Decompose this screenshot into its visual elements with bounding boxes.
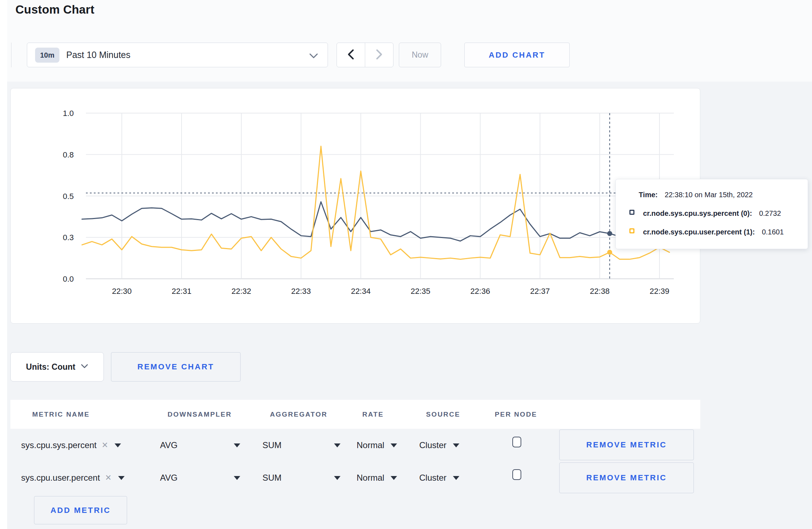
timescale-dropdown[interactable]: 10m Past 10 Minutes <box>27 43 328 67</box>
svg-text:0.8: 0.8 <box>63 150 74 159</box>
remove-metric-button[interactable]: REMOVE METRIC <box>559 462 694 493</box>
now-button[interactable]: Now <box>399 43 441 67</box>
chart-tooltip: Time: 22:38:10 on Mar 15th, 2022 cr.node… <box>615 179 808 249</box>
caret-down-icon <box>115 443 121 447</box>
svg-text:22:39: 22:39 <box>649 287 669 296</box>
tooltip-time-value: 22:38:10 on Mar 15th, 2022 <box>665 191 753 199</box>
timescale-badge: 10m <box>35 48 59 63</box>
col-source: SOURCE <box>426 400 460 429</box>
caret-down-icon <box>234 443 240 447</box>
rate-select[interactable]: Normal <box>357 470 397 486</box>
aggregator-select[interactable]: SUM <box>262 437 340 453</box>
source-select[interactable]: Cluster <box>419 470 459 486</box>
timescale-nav-group <box>337 43 393 67</box>
svg-text:22:30: 22:30 <box>112 287 132 296</box>
col-rate: RATE <box>362 400 384 429</box>
page-title: Custom Chart <box>15 3 95 16</box>
remove-chart-button[interactable]: REMOVE CHART <box>111 352 241 382</box>
col-aggregator: AGGREGATOR <box>270 400 328 429</box>
chart-canvas[interactable]: 0.00.30.50.81.022:3022:3122:3222:3322:34… <box>11 88 700 323</box>
tooltip-user-value: 0.1601 <box>762 228 784 236</box>
add-metric-button[interactable]: ADD METRIC <box>34 496 127 524</box>
aggregator-select[interactable]: SUM <box>262 470 340 486</box>
svg-text:22:38: 22:38 <box>590 287 610 296</box>
metric-name-select[interactable]: sys.cpu.user.percent ✕ <box>21 470 125 486</box>
svg-text:22:32: 22:32 <box>231 287 251 296</box>
downsampler-select[interactable]: AVG <box>160 437 240 453</box>
chevron-down-icon <box>309 53 318 60</box>
caret-down-icon <box>391 476 397 480</box>
chart-card: 0.00.30.50.81.022:3022:3122:3222:3322:34… <box>10 88 700 324</box>
caret-down-icon <box>334 476 340 480</box>
tooltip-sys-label: cr.node.sys.cpu.sys.percent (0): <box>643 209 752 217</box>
tooltip-time-row: Time: 22:38:10 on Mar 15th, 2022 <box>639 190 753 199</box>
metric-name-select[interactable]: sys.cpu.sys.percent ✕ <box>21 437 121 453</box>
user-series-swatch-icon <box>629 228 634 233</box>
caret-down-icon <box>334 443 340 447</box>
tooltip-sys-row: cr.node.sys.cpu.sys.percent (0): 0.2732 <box>643 209 781 218</box>
col-per-node: PER NODE <box>495 400 537 429</box>
tooltip-time-label: Time: <box>639 191 658 199</box>
svg-text:22:37: 22:37 <box>530 287 550 296</box>
col-metric-name: METRIC NAME <box>32 400 90 429</box>
svg-text:1.0: 1.0 <box>63 109 74 118</box>
header-band <box>7 0 812 82</box>
next-timescale-button[interactable] <box>365 43 393 67</box>
downsampler-select[interactable]: AVG <box>160 470 240 486</box>
svg-text:22:34: 22:34 <box>351 287 371 296</box>
clear-metric-icon[interactable]: ✕ <box>102 441 108 450</box>
svg-text:0.3: 0.3 <box>63 233 74 242</box>
units-dropdown[interactable]: Units: Count <box>10 352 104 382</box>
clear-metric-icon[interactable]: ✕ <box>105 473 111 482</box>
tooltip-user-label: cr.node.sys.cpu.user.percent (1): <box>643 228 755 236</box>
chevron-right-icon <box>375 49 383 62</box>
source-select[interactable]: Cluster <box>419 437 459 453</box>
chevron-left-icon <box>347 49 355 62</box>
svg-text:0.5: 0.5 <box>63 192 74 201</box>
caret-down-icon <box>391 443 397 447</box>
svg-text:0.0: 0.0 <box>63 275 74 283</box>
caret-down-icon <box>118 476 125 480</box>
rate-select[interactable]: Normal <box>357 437 397 453</box>
caret-down-icon <box>453 476 459 480</box>
prev-timescale-button[interactable] <box>337 43 365 67</box>
add-chart-button[interactable]: ADD CHART <box>464 43 570 67</box>
svg-text:22:35: 22:35 <box>411 287 430 296</box>
custom-chart-page: Custom Chart 10m Past 10 Minutes Now ADD… <box>7 0 812 529</box>
remove-metric-button[interactable]: REMOVE METRIC <box>559 429 694 460</box>
col-downsampler: DOWNSAMPLER <box>168 400 232 429</box>
per-node-checkbox[interactable] <box>512 469 521 480</box>
metrics-table-header: METRIC NAME DOWNSAMPLER AGGREGATOR RATE … <box>10 400 700 429</box>
svg-text:22:31: 22:31 <box>172 287 192 296</box>
tooltip-sys-value: 0.2732 <box>759 209 781 217</box>
svg-text:22:36: 22:36 <box>470 287 490 296</box>
timescale-label: Past 10 Minutes <box>66 43 130 67</box>
svg-text:22:33: 22:33 <box>291 287 311 296</box>
sys-series-swatch-icon <box>629 210 634 215</box>
caret-down-icon <box>234 476 240 480</box>
caret-down-icon <box>453 443 459 447</box>
chevron-down-icon <box>81 364 88 370</box>
toolbar-divider <box>11 43 11 67</box>
tooltip-user-row: cr.node.sys.cpu.user.percent (1): 0.1601 <box>643 227 784 237</box>
per-node-checkbox[interactable] <box>512 437 521 447</box>
units-label: Units: Count <box>26 362 76 372</box>
